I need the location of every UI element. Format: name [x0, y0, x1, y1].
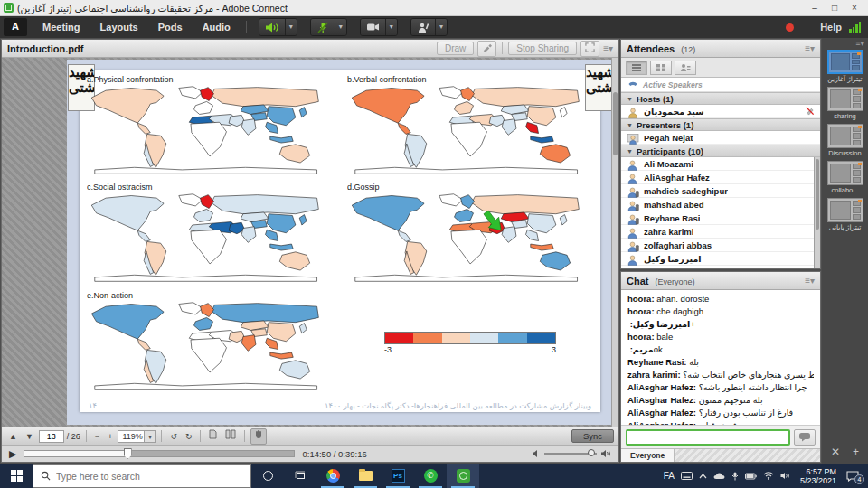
playback-progress-slider[interactable] [24, 450, 295, 457]
menu-layouts[interactable]: Layouts [90, 16, 148, 38]
webcam-button[interactable] [361, 19, 385, 35]
taskbar-chrome[interactable] [316, 464, 349, 488]
host-row[interactable]: سید محمودیان [621, 105, 820, 118]
document-scrollbar[interactable] [611, 58, 618, 427]
participants-group-bar[interactable]: ▼ Participants (10) [621, 145, 820, 157]
webcam-dropdown[interactable]: ▾ [385, 19, 397, 35]
start-button[interactable] [0, 464, 33, 488]
layout-thumbnail[interactable] [827, 161, 863, 185]
participant-row[interactable]: Ali Moazami [621, 157, 820, 171]
battery-icon[interactable] [745, 473, 757, 480]
menu-audio[interactable]: Audio [193, 16, 241, 38]
chat-options-menu[interactable]: ≡▾ [805, 277, 815, 286]
hosts-group-bar[interactable]: ▼ Hosts (1) [621, 92, 820, 105]
taskbar-adobe-connect[interactable] [447, 464, 479, 488]
layout-thumbnail[interactable] [827, 124, 863, 148]
speaker-button[interactable] [259, 19, 285, 35]
participant-row[interactable]: zahra karimi [621, 225, 820, 239]
share-content: شهید بهشتی شهید بهشتی a.Physical confron… [2, 58, 618, 427]
layout-item[interactable]: تیتراژ آغازین [826, 50, 865, 83]
participant-row[interactable]: mahshad abed [621, 198, 820, 211]
two-page-view-button[interactable] [222, 429, 239, 444]
adobe-connect-window: مرکز تحقیقات روانشناسی اجتماعی (تیتراژ آ… [0, 0, 868, 488]
layout-thumbnail[interactable] [827, 87, 863, 111]
status-view-button[interactable] [675, 61, 696, 75]
tray-speaker-icon[interactable] [780, 472, 790, 480]
maximize-button[interactable]: □ [825, 0, 844, 15]
stop-sharing-button[interactable]: Stop Sharing [508, 42, 577, 55]
draw-button[interactable]: Draw [437, 42, 474, 55]
layout-item[interactable]: collabo... [826, 161, 865, 194]
volume-handle[interactable] [588, 449, 595, 456]
fullscreen-button[interactable] [580, 41, 599, 57]
mic-dropdown[interactable]: ▾ [335, 19, 346, 35]
tray-expand-icon[interactable] [699, 474, 707, 479]
taskbar-photoshop[interactable]: Ps [382, 464, 414, 488]
participant-row[interactable]: zolfaghari abbas [621, 239, 820, 252]
pod-options-menu[interactable]: ≡▾ [603, 44, 613, 53]
recording-indicator-icon [786, 23, 794, 32]
layout-item[interactable]: Discussion [826, 124, 865, 157]
tray-mic-icon[interactable] [731, 472, 739, 481]
participant-row[interactable]: mahdieb sadeghipur [621, 184, 820, 198]
layout-item[interactable]: sharing [826, 87, 865, 120]
notification-center-button[interactable]: 4 [846, 471, 863, 482]
tab-everyone[interactable]: Everyone [621, 449, 675, 462]
pointer-pen-button[interactable] [477, 41, 496, 57]
speaker-dropdown[interactable]: ▾ [285, 19, 297, 35]
raise-hand-button[interactable] [411, 19, 435, 35]
cortana-button[interactable] [251, 464, 284, 488]
onedrive-icon[interactable] [713, 473, 725, 480]
search-input[interactable] [56, 471, 243, 482]
page-total: / 26 [67, 432, 80, 441]
taskbar-search[interactable] [33, 464, 251, 488]
send-message-button[interactable] [794, 429, 816, 446]
layout-item[interactable]: تیتراژ پایانی [826, 198, 865, 231]
task-view-button[interactable] [284, 464, 316, 488]
participant-row[interactable]: Reyhane Rasi [621, 211, 820, 225]
single-page-view-button[interactable] [206, 429, 220, 444]
close-icon[interactable]: ✕ [831, 446, 840, 458]
presenters-group-bar[interactable]: ▼ Presenters (1) [621, 118, 820, 131]
chat-message: hoorabale [627, 331, 814, 343]
taskbar-explorer[interactable] [349, 464, 382, 488]
zoom-out-button[interactable]: − [92, 429, 102, 444]
mic-button[interactable] [311, 19, 335, 35]
menu-meeting[interactable]: Meeting [33, 16, 90, 38]
volume-slider[interactable] [544, 453, 597, 455]
page-number-input[interactable] [40, 432, 63, 441]
presenter-row[interactable]: Pegah Nejat [621, 131, 820, 145]
language-indicator[interactable]: FA [664, 471, 675, 481]
page-up-button[interactable]: ▲ [6, 429, 20, 444]
status-dropdown[interactable]: ▾ [435, 19, 447, 35]
progress-handle[interactable] [124, 448, 132, 459]
participant-row[interactable]: مریم [621, 266, 820, 268]
close-button[interactable]: × [844, 0, 864, 15]
minimize-button[interactable]: – [805, 0, 825, 15]
zoom-select[interactable]: 119% ▾ [118, 430, 156, 443]
grid-view-button[interactable] [650, 61, 672, 75]
menu-pods[interactable]: Pods [148, 16, 193, 38]
participant-row[interactable]: AliAsghar Hafez [621, 171, 820, 184]
zoom-in-button[interactable]: + [105, 429, 115, 444]
taskbar-whatsapp[interactable]: ✆ [414, 464, 447, 488]
add-layout-icon[interactable]: + [853, 446, 859, 458]
list-view-button[interactable] [626, 61, 647, 75]
participants-scrollbar[interactable] [814, 157, 820, 268]
rotate-left-button[interactable]: ↺ [167, 429, 180, 444]
layout-thumbnail[interactable] [827, 50, 863, 74]
page-down-button[interactable]: ▼ [23, 429, 36, 444]
layouts-options-menu[interactable]: ≡▾ [852, 39, 868, 50]
keyboard-icon[interactable] [681, 472, 693, 480]
help-menu[interactable]: Help [820, 22, 842, 33]
wifi-icon[interactable] [763, 472, 774, 480]
hand-tool-button[interactable] [250, 428, 267, 445]
attendees-options-menu[interactable]: ≡▾ [805, 44, 815, 53]
sync-button[interactable]: Sync [571, 429, 614, 443]
taskbar-clock[interactable]: 6:57 PM 5/23/2021 [797, 467, 840, 485]
chat-input[interactable] [626, 429, 790, 446]
play-button[interactable]: ▶ [9, 448, 16, 460]
participant-row[interactable]: امیررضا وکیل [621, 252, 820, 266]
rotate-right-button[interactable]: ↻ [183, 429, 195, 444]
layout-thumbnail[interactable] [827, 198, 863, 222]
